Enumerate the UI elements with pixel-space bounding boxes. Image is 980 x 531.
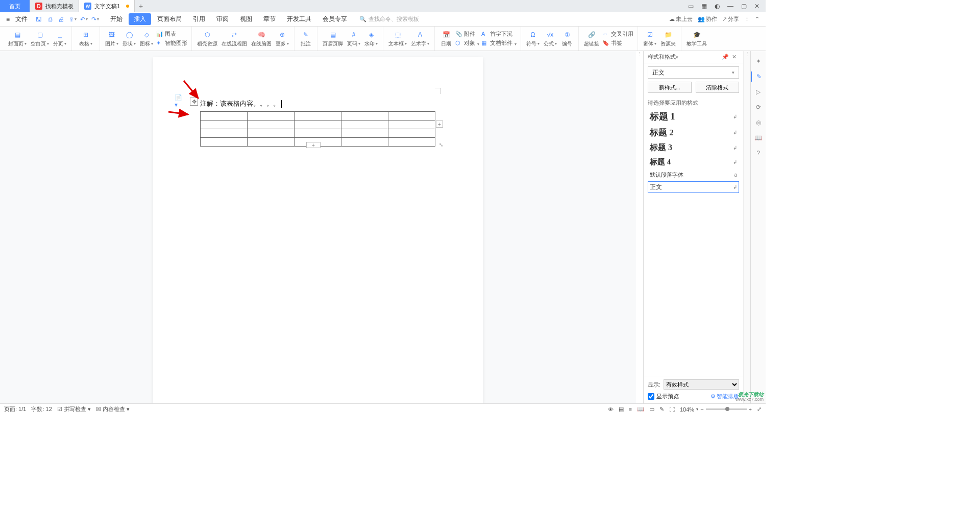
zoom-in-button[interactable]: +	[749, 406, 752, 413]
panel-drag-handle-right[interactable]: ⋮	[743, 51, 750, 403]
side-property-icon[interactable]: ◎	[753, 117, 764, 128]
more-button[interactable]: ⊕更多	[274, 27, 291, 51]
style-item[interactable]: 标题 4↲	[648, 156, 739, 168]
minimize-button[interactable]: —	[725, 1, 736, 11]
file-menu[interactable]: ≡ 文件	[3, 15, 31, 23]
docer-resource-button[interactable]: ⬡稻壳资源	[195, 27, 219, 51]
current-style-select[interactable]: 正文 ▾	[648, 66, 739, 79]
zoom-slider[interactable]	[706, 408, 747, 410]
header-footer-button[interactable]: ▤页眉页脚	[321, 27, 345, 51]
close-button[interactable]: ✕	[751, 1, 763, 11]
content-check-toggle[interactable]: ☒ 内容检查 ▾	[96, 405, 130, 413]
export-icon[interactable]: ⇪	[68, 15, 77, 23]
cover-page-button[interactable]: ▤封面页	[6, 27, 29, 51]
dropcap-button[interactable]: A首字下沉	[480, 30, 518, 38]
textbox-button[interactable]: ⬚文本框	[386, 27, 409, 51]
cloud-status[interactable]: ☁ 未上云	[669, 15, 693, 23]
annotation-text[interactable]: 注解：该表格内容。。。。	[200, 100, 280, 107]
chevron-up-icon[interactable]: ⌃	[755, 16, 760, 22]
edu-tools-button[interactable]: 🎓教学工具	[684, 27, 709, 51]
preview-checkbox[interactable]: 显示预览	[648, 393, 679, 400]
table-cell[interactable]	[341, 112, 388, 120]
attachment-button[interactable]: 📎附件	[454, 30, 480, 38]
table-cell[interactable]	[341, 129, 388, 138]
flowchart-button[interactable]: ⇄在线流程图	[219, 27, 249, 51]
hyperlink-button[interactable]: 🔗超链接	[582, 27, 601, 51]
table-resize-handle[interactable]: ⤡	[439, 142, 443, 148]
picture-button[interactable]: 🖼图片	[103, 27, 120, 51]
table-cell[interactable]	[201, 129, 248, 138]
table-cell[interactable]	[341, 138, 388, 147]
zoom-control[interactable]: 104%▾ − +	[680, 406, 752, 413]
menu-item-开始[interactable]: 开始	[105, 13, 128, 25]
panel-drag-handle-left[interactable]: ⋮	[636, 51, 643, 403]
pin-icon[interactable]: 📌	[722, 54, 729, 60]
table-cell[interactable]	[248, 120, 295, 129]
comment-button[interactable]: ✎批注	[298, 27, 314, 51]
table-cell[interactable]	[248, 138, 295, 147]
layout-icon[interactable]: ▭	[685, 1, 696, 11]
style-item[interactable]: 标题 2↲	[648, 125, 739, 140]
view-read-icon[interactable]: 📖	[637, 406, 644, 413]
redo-icon[interactable]: ↷	[91, 15, 99, 23]
date-button[interactable]: 📅日期	[438, 27, 454, 51]
new-style-button[interactable]: 新样式...	[648, 82, 692, 93]
mindmap-button[interactable]: 🧠在线脑图	[249, 27, 274, 51]
table-cell[interactable]	[201, 138, 248, 147]
form-button[interactable]: ☑窗体	[641, 27, 658, 51]
show-filter-select[interactable]: 有效样式	[664, 379, 739, 390]
expand-icon[interactable]: ⤢	[757, 406, 762, 413]
menu-item-会员专享[interactable]: 会员专享	[317, 13, 352, 25]
table-cell[interactable]	[295, 112, 341, 120]
content-table[interactable]	[200, 111, 435, 147]
menu-item-视图[interactable]: 视图	[235, 13, 257, 25]
menu-item-章节[interactable]: 章节	[258, 13, 281, 25]
number-button[interactable]: ①编号	[559, 27, 575, 51]
side-styles-icon[interactable]: ✎	[751, 71, 766, 82]
formula-button[interactable]: √x公式	[542, 27, 559, 51]
style-item[interactable]: 标题 1↲	[648, 109, 739, 124]
table-cell[interactable]	[295, 129, 341, 138]
add-column-button[interactable]: +	[436, 120, 443, 128]
page-break-button[interactable]: ⎯分页	[51, 27, 68, 51]
smart-shape-button[interactable]: ✦智能图形	[155, 39, 188, 47]
menu-item-引用[interactable]: 引用	[188, 13, 210, 25]
share-button[interactable]: ↗ 分享	[722, 15, 739, 23]
document-canvas[interactable]: 📄▾ ✥ 注解：该表格内容。。。。 + + ⤡	[0, 51, 636, 403]
table-cell[interactable]	[388, 120, 435, 129]
page-number-button[interactable]: #页码	[345, 27, 362, 51]
eye-icon[interactable]: 👁	[608, 406, 614, 413]
spellcheck-toggle[interactable]: ☑ 拼写检查 ▾	[57, 405, 91, 413]
command-search[interactable]: 🔍 查找命令、搜索模板	[359, 15, 419, 23]
table-cell[interactable]	[248, 129, 295, 138]
tab-home[interactable]: 首页	[0, 0, 30, 12]
blank-page-button[interactable]: ▢空白页	[29, 27, 51, 51]
side-limit-icon[interactable]: ⟳	[753, 102, 764, 112]
table-cell[interactable]	[341, 120, 388, 129]
page-insert-icon[interactable]: 📄▾	[175, 97, 183, 105]
style-item[interactable]: 正文↲	[648, 181, 739, 193]
zoom-out-button[interactable]: −	[700, 406, 703, 413]
wordart-button[interactable]: A艺术字	[409, 27, 431, 51]
style-item[interactable]: 默认段落字体a	[648, 170, 739, 180]
panel-close-icon[interactable]: ✕	[732, 54, 739, 60]
side-select-icon[interactable]: ▷	[753, 87, 764, 97]
view-focus-icon[interactable]: ✎	[659, 406, 664, 413]
table-cell[interactable]	[388, 129, 435, 138]
apps-icon[interactable]: ▦	[698, 1, 709, 11]
print-icon[interactable]: 🖨	[57, 15, 65, 23]
word-count[interactable]: 字数: 12	[31, 405, 52, 413]
bookmark-button[interactable]: 🔖书签	[601, 39, 634, 47]
print-preview-icon[interactable]: ⎙	[46, 15, 54, 23]
watermark-button[interactable]: ◈水印	[362, 27, 380, 51]
collab-button[interactable]: 👥 协作	[698, 15, 717, 23]
fit-icon[interactable]: ⛶	[669, 406, 675, 413]
view-outline-icon[interactable]: ≡	[629, 406, 632, 413]
table-cell[interactable]	[388, 112, 435, 120]
menu-item-审阅[interactable]: 审阅	[211, 13, 234, 25]
add-row-button[interactable]: +	[306, 142, 321, 148]
undo-icon[interactable]: ↶	[80, 15, 88, 23]
side-help-icon[interactable]: ?	[753, 148, 764, 158]
side-read-icon[interactable]: 📖	[753, 133, 764, 143]
object-button[interactable]: ⬡对象	[454, 39, 480, 47]
